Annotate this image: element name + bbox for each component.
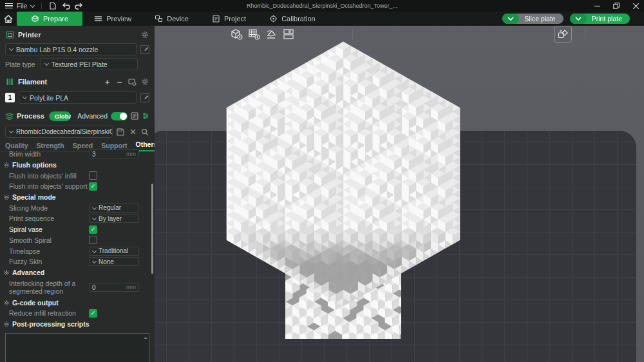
dropdown[interactable]: Regular	[89, 204, 139, 213]
add-filament-button[interactable]: +	[103, 78, 111, 86]
mesh-boolean-icon	[444, 26, 459, 42]
print-dropdown-chevron[interactable]	[570, 14, 587, 24]
titlebar: File Rhombic_Dodecahedral_Sierpinski_Oct…	[0, 0, 644, 12]
chevron-down-icon	[92, 216, 97, 220]
print-plate-button[interactable]: Print plate	[570, 14, 630, 24]
setting-label: Reduce infill retraction	[9, 309, 89, 317]
split-to-objects-icon	[298, 26, 314, 42]
setting-row[interactable]: Advanced	[0, 267, 155, 278]
process-scope-toggle: Global Objects	[49, 111, 71, 121]
checkbox[interactable]: ✓	[89, 309, 97, 318]
setting-row[interactable]: Flush options	[0, 160, 155, 171]
filament-slot-number[interactable]: 1	[5, 93, 15, 102]
printer-select[interactable]: Bambu Lab P1S 0.4 nozzle	[5, 43, 137, 55]
auto-orient-icon[interactable]	[263, 26, 279, 42]
setting-row[interactable]: Special mode	[0, 192, 155, 203]
filament-settings-gear-icon[interactable]	[140, 77, 149, 86]
advanced-label: Advanced	[77, 112, 108, 120]
setting-label: Smooth Spiral	[9, 236, 89, 244]
post-processing-scripts-input[interactable]	[5, 333, 149, 362]
undo-icon[interactable]	[61, 2, 70, 10]
section-icon	[3, 162, 10, 169]
checkbox[interactable]: ✓	[89, 225, 97, 234]
maximize-button[interactable]	[612, 1, 621, 10]
printer-settings-gear-icon[interactable]	[140, 30, 149, 39]
tab-project[interactable]: Project	[200, 12, 258, 26]
dropdown[interactable]: Traditional	[89, 247, 139, 256]
menu-icon[interactable]	[5, 3, 13, 8]
model-3d-view[interactable]	[155, 26, 644, 362]
new-project-icon[interactable]	[48, 2, 57, 10]
edit-printer-icon[interactable]	[140, 45, 149, 54]
plate-type-select[interactable]: Textured PEI Plate	[41, 58, 138, 70]
tab-strip: PreparePreviewDeviceProjectCalibration	[17, 12, 327, 26]
add-object-icon[interactable]	[229, 26, 244, 42]
lay-flat-icon	[409, 26, 424, 42]
tab-prepare[interactable]: Prepare	[17, 12, 82, 26]
minimize-button[interactable]	[592, 1, 601, 10]
process-preset-select[interactable]: RhombicDodecahedralSierpinskiOctahedro..…	[5, 126, 113, 138]
setting-list-icon[interactable]	[131, 111, 138, 120]
setting-row: Flush into objects' infill	[0, 170, 155, 181]
window-title: Rhombic_Dodecahedral_Sierpinski_Octahedr…	[247, 0, 397, 12]
tab-device[interactable]: Device	[143, 12, 200, 26]
chevron-down-icon	[9, 129, 14, 134]
dropdown[interactable]: None	[89, 257, 139, 266]
save-preset-icon[interactable]	[116, 128, 125, 137]
bambu-studio-window: File Rhombic_Dodecahedral_Sierpinski_Oct…	[0, 0, 644, 362]
main-tabbar: PreparePreviewDeviceProjectCalibration S…	[0, 12, 644, 26]
close-button[interactable]	[631, 1, 640, 10]
tab-calibration[interactable]: Calibration	[258, 12, 327, 26]
setting-row[interactable]: G-code output	[0, 297, 155, 308]
split-to-parts-icon	[316, 26, 331, 42]
dropdown[interactable]: By layer	[89, 214, 139, 223]
section-title: Advanced	[12, 269, 44, 276]
measure-icon	[531, 26, 546, 42]
checkbox[interactable]: ✓	[89, 182, 97, 191]
printer-section-title: Printer	[18, 31, 41, 39]
slice-dropdown-chevron[interactable]	[502, 14, 519, 24]
viewport-3d	[155, 26, 644, 362]
chevron-down-icon	[92, 260, 97, 263]
settings-scrollbar[interactable]	[151, 184, 153, 274]
assembly-view-icon[interactable]	[554, 26, 572, 43]
checkbox[interactable]	[89, 236, 97, 244]
filament-select[interactable]: PolyLite PLA	[19, 91, 137, 104]
chevron-down-icon	[92, 206, 97, 210]
checkbox[interactable]	[89, 171, 97, 180]
seam-icon	[513, 26, 529, 42]
color-paint-icon	[478, 26, 494, 42]
advanced-toggle[interactable]	[111, 112, 128, 120]
file-menu[interactable]: File	[17, 3, 27, 10]
setting-label: Flush into objects' infill	[9, 172, 89, 180]
redo-icon[interactable]	[74, 2, 83, 10]
home-button[interactable]	[0, 12, 17, 26]
setting-row: Slicing ModeRegular	[0, 202, 155, 213]
setting-label: Brim width	[9, 150, 89, 158]
search-icon[interactable]	[140, 128, 149, 137]
setting-row[interactable]: Post-processing scripts	[0, 319, 155, 330]
chevron-down-icon	[44, 62, 49, 66]
tab-preview[interactable]: Preview	[82, 12, 143, 26]
value-input[interactable]: 3mm	[89, 149, 139, 158]
toolbar-separator	[352, 29, 353, 39]
scope-global-button[interactable]: Global	[49, 111, 71, 121]
chevron-down-icon	[92, 249, 97, 253]
ams-sync-icon[interactable]	[128, 77, 137, 86]
setting-label: Slicing Mode	[9, 204, 89, 212]
setting-row: Smooth Spiral	[0, 235, 155, 246]
chevron-down-icon[interactable]	[31, 4, 35, 8]
add-plate-icon[interactable]	[246, 26, 261, 42]
arrange-icon[interactable]	[281, 26, 296, 42]
section-title: Special mode	[12, 193, 56, 201]
slice-plate-button[interactable]: Slice plate	[502, 14, 563, 24]
delete-preset-icon[interactable]	[128, 128, 137, 137]
edit-filament-icon[interactable]	[140, 93, 149, 102]
remove-filament-button[interactable]: −	[115, 78, 124, 86]
filament-icon	[5, 77, 14, 86]
preview-icon	[94, 15, 102, 23]
customize-settings-icon[interactable]	[142, 111, 149, 120]
scale-icon	[392, 26, 407, 42]
value-input[interactable]: 0mm	[89, 283, 139, 292]
divider	[41, 3, 42, 9]
